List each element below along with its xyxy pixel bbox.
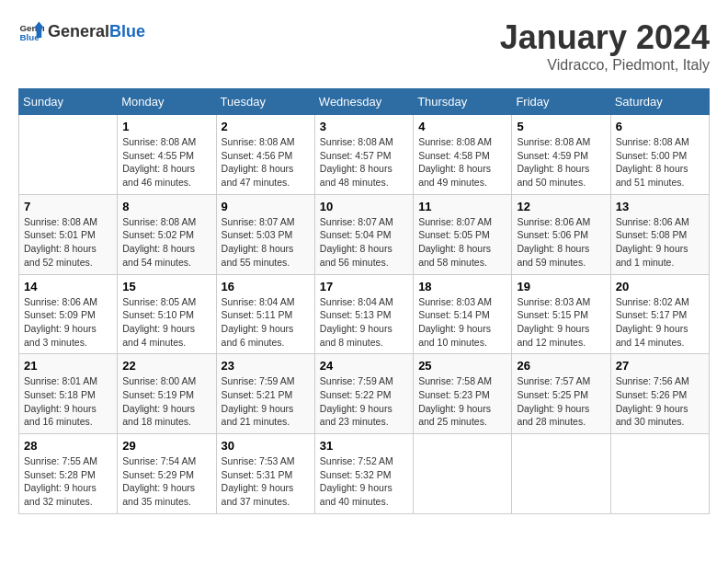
day-info: Sunrise: 7:56 AMSunset: 5:26 PMDaylight:…: [616, 374, 704, 429]
day-number: 29: [122, 439, 210, 453]
day-info: Sunrise: 7:52 AMSunset: 5:32 PMDaylight:…: [320, 454, 408, 509]
day-number: 10: [320, 200, 408, 213]
week-row-3: 14 Sunrise: 8:06 AMSunset: 5:09 PMDaylig…: [19, 274, 710, 354]
day-info: Sunrise: 7:59 AMSunset: 5:21 PMDaylight:…: [222, 374, 310, 429]
day-number: 3: [320, 120, 408, 133]
day-cell: 12 Sunrise: 8:06 AMSunset: 5:06 PMDaylig…: [512, 194, 610, 274]
month-title: January 2024: [500, 18, 710, 57]
day-number: 26: [517, 359, 605, 373]
day-info: Sunrise: 8:07 AMSunset: 5:03 PMDaylight:…: [222, 215, 310, 270]
day-cell: 2 Sunrise: 8:08 AMSunset: 4:56 PMDayligh…: [216, 115, 314, 195]
day-cell: 28 Sunrise: 7:55 AMSunset: 5:28 PMDaylig…: [19, 434, 118, 514]
day-info: Sunrise: 8:03 AMSunset: 5:15 PMDaylight:…: [517, 295, 605, 350]
day-info: Sunrise: 8:01 AMSunset: 5:18 PMDaylight:…: [24, 374, 112, 429]
day-info: Sunrise: 8:06 AMSunset: 5:06 PMDaylight:…: [517, 215, 605, 270]
weekday-header-wednesday: Wednesday: [314, 89, 413, 115]
day-cell: 15 Sunrise: 8:05 AMSunset: 5:10 PMDaylig…: [118, 274, 216, 354]
day-cell: 21 Sunrise: 8:01 AMSunset: 5:18 PMDaylig…: [19, 354, 118, 434]
day-cell: 8 Sunrise: 8:08 AMSunset: 5:02 PMDayligh…: [118, 194, 216, 274]
day-info: Sunrise: 8:08 AMSunset: 4:56 PMDaylight:…: [222, 135, 310, 190]
location-title: Vidracco, Piedmont, Italy: [500, 57, 710, 74]
day-info: Sunrise: 8:00 AMSunset: 5:19 PMDaylight:…: [122, 374, 210, 429]
logo-general-text: General: [48, 22, 109, 41]
day-number: 15: [122, 280, 210, 293]
day-info: Sunrise: 8:06 AMSunset: 5:09 PMDaylight:…: [24, 295, 112, 350]
day-info: Sunrise: 8:02 AMSunset: 5:17 PMDaylight:…: [616, 295, 704, 350]
day-number: 18: [418, 280, 506, 293]
day-cell: 16 Sunrise: 8:04 AMSunset: 5:11 PMDaylig…: [216, 274, 314, 354]
day-number: 11: [418, 200, 506, 213]
day-cell: 31 Sunrise: 7:52 AMSunset: 5:32 PMDaylig…: [314, 434, 413, 514]
day-cell: 10 Sunrise: 8:07 AMSunset: 5:04 PMDaylig…: [314, 194, 413, 274]
day-number: 24: [320, 359, 408, 373]
weekday-header-sunday: Sunday: [19, 89, 118, 115]
day-number: 25: [418, 359, 506, 373]
day-info: Sunrise: 8:07 AMSunset: 5:04 PMDaylight:…: [320, 215, 408, 270]
logo: General Blue General Blue: [18, 18, 145, 44]
day-number: 7: [24, 200, 112, 213]
day-number: 20: [616, 280, 704, 293]
logo-blue-text: Blue: [109, 22, 145, 41]
week-row-1: 1 Sunrise: 8:08 AMSunset: 4:55 PMDayligh…: [19, 115, 710, 195]
day-cell: 27 Sunrise: 7:56 AMSunset: 5:26 PMDaylig…: [610, 354, 709, 434]
day-cell: 25 Sunrise: 7:58 AMSunset: 5:23 PMDaylig…: [414, 354, 512, 434]
day-cell: 4 Sunrise: 8:08 AMSunset: 4:58 PMDayligh…: [414, 115, 512, 195]
day-info: Sunrise: 7:53 AMSunset: 5:31 PMDaylight:…: [222, 454, 310, 509]
day-cell: 3 Sunrise: 8:08 AMSunset: 4:57 PMDayligh…: [314, 115, 413, 195]
day-cell: 11 Sunrise: 8:07 AMSunset: 5:05 PMDaylig…: [414, 194, 512, 274]
day-number: 23: [222, 359, 310, 373]
day-cell: 23 Sunrise: 7:59 AMSunset: 5:21 PMDaylig…: [216, 354, 314, 434]
day-info: Sunrise: 8:04 AMSunset: 5:13 PMDaylight:…: [320, 295, 408, 350]
day-number: 5: [517, 120, 605, 133]
day-number: 2: [222, 120, 310, 133]
day-cell: [414, 434, 512, 514]
week-row-2: 7 Sunrise: 8:08 AMSunset: 5:01 PMDayligh…: [19, 194, 710, 274]
page-header: General Blue General Blue January 2024 V…: [18, 18, 710, 74]
title-area: January 2024 Vidracco, Piedmont, Italy: [500, 18, 710, 74]
day-cell: [610, 434, 709, 514]
week-row-5: 28 Sunrise: 7:55 AMSunset: 5:28 PMDaylig…: [19, 434, 710, 514]
day-info: Sunrise: 8:08 AMSunset: 5:02 PMDaylight:…: [122, 215, 210, 270]
logo-icon: General Blue: [18, 18, 44, 44]
day-cell: 26 Sunrise: 7:57 AMSunset: 5:25 PMDaylig…: [512, 354, 610, 434]
day-number: 14: [24, 280, 112, 293]
day-info: Sunrise: 8:08 AMSunset: 5:00 PMDaylight:…: [616, 135, 704, 190]
day-number: 30: [222, 439, 310, 453]
day-number: 31: [320, 439, 408, 453]
day-number: 8: [122, 200, 210, 213]
day-info: Sunrise: 7:54 AMSunset: 5:29 PMDaylight:…: [122, 454, 210, 509]
day-info: Sunrise: 8:04 AMSunset: 5:11 PMDaylight:…: [222, 295, 310, 350]
day-number: 9: [222, 200, 310, 213]
day-number: 21: [24, 359, 112, 373]
day-info: Sunrise: 8:08 AMSunset: 4:59 PMDaylight:…: [517, 135, 605, 190]
day-cell: 30 Sunrise: 7:53 AMSunset: 5:31 PMDaylig…: [216, 434, 314, 514]
day-cell: 6 Sunrise: 8:08 AMSunset: 5:00 PMDayligh…: [610, 115, 709, 195]
day-number: 19: [517, 280, 605, 293]
day-cell: 24 Sunrise: 7:59 AMSunset: 5:22 PMDaylig…: [314, 354, 413, 434]
day-cell: 5 Sunrise: 8:08 AMSunset: 4:59 PMDayligh…: [512, 115, 610, 195]
day-info: Sunrise: 8:08 AMSunset: 4:55 PMDaylight:…: [122, 135, 210, 190]
day-number: 12: [517, 200, 605, 213]
weekday-header-row: SundayMondayTuesdayWednesdayThursdayFrid…: [19, 89, 710, 115]
day-number: 22: [122, 359, 210, 373]
day-number: 28: [24, 439, 112, 453]
day-info: Sunrise: 8:08 AMSunset: 4:57 PMDaylight:…: [320, 135, 408, 190]
day-number: 4: [418, 120, 506, 133]
day-info: Sunrise: 7:58 AMSunset: 5:23 PMDaylight:…: [418, 374, 506, 429]
day-cell: 17 Sunrise: 8:04 AMSunset: 5:13 PMDaylig…: [314, 274, 413, 354]
day-info: Sunrise: 7:57 AMSunset: 5:25 PMDaylight:…: [517, 374, 605, 429]
day-cell: [19, 115, 118, 195]
day-cell: 13 Sunrise: 8:06 AMSunset: 5:08 PMDaylig…: [610, 194, 709, 274]
day-number: 1: [122, 120, 210, 133]
day-info: Sunrise: 8:08 AMSunset: 4:58 PMDaylight:…: [418, 135, 506, 190]
day-cell: 19 Sunrise: 8:03 AMSunset: 5:15 PMDaylig…: [512, 274, 610, 354]
day-number: 27: [616, 359, 704, 373]
day-number: 17: [320, 280, 408, 293]
day-info: Sunrise: 8:06 AMSunset: 5:08 PMDaylight:…: [616, 215, 704, 270]
weekday-header-tuesday: Tuesday: [216, 89, 314, 115]
day-cell: [512, 434, 610, 514]
day-cell: 20 Sunrise: 8:02 AMSunset: 5:17 PMDaylig…: [610, 274, 709, 354]
day-number: 13: [616, 200, 704, 213]
weekday-header-monday: Monday: [118, 89, 216, 115]
weekday-header-saturday: Saturday: [610, 89, 709, 115]
